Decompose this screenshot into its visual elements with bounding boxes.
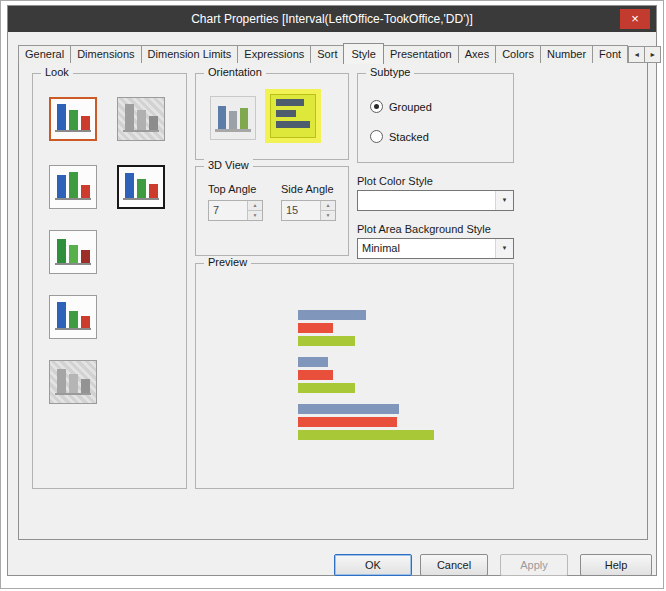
look-thumbnail-4-framed[interactable] (117, 165, 165, 209)
radio-stacked-label: Stacked (389, 131, 429, 143)
3d-view-group: 3D View Top Angle 7 ▲ ▼ Side Angle 15 ▲ … (195, 166, 349, 256)
preview-bar-group (298, 310, 434, 346)
ok-button[interactable]: OK (334, 554, 412, 576)
preview-bar-blue (298, 357, 328, 367)
orientation-group: Orientation (195, 73, 349, 160)
bar-chart-icon (121, 168, 161, 206)
tab-dimensions[interactable]: Dimensions (70, 45, 141, 63)
look-thumbnail-2-disabled[interactable] (117, 97, 165, 141)
preview-bar-red (298, 370, 333, 380)
spinner-down-icon[interactable]: ▼ (321, 211, 335, 220)
top-angle-spinner[interactable]: 7 ▲ ▼ (208, 200, 263, 221)
bar-chart-icon (53, 100, 93, 138)
plot-color-style-dropdown[interactable]: ▼ (357, 190, 514, 211)
tab-strip: General Dimensions Dimension Limits Expr… (18, 41, 648, 63)
preview-bar-green (298, 336, 355, 346)
side-angle-label: Side Angle (281, 183, 334, 195)
apply-button[interactable]: Apply (500, 554, 568, 576)
orientation-group-label: Orientation (204, 66, 266, 78)
look-group-label: Look (41, 66, 73, 78)
spinner-up-icon[interactable]: ▲ (248, 201, 262, 211)
title-bar: Chart Properties [Interval(LeftOffice-To… (8, 6, 656, 32)
subtype-group: Subtype Grouped Stacked (357, 73, 514, 163)
tab-scroll-left-icon[interactable]: ◄ (628, 46, 645, 63)
preview-group: Preview (195, 263, 514, 489)
tab-axes[interactable]: Axes (458, 45, 496, 63)
window-title: Chart Properties [Interval(LeftOffice-To… (8, 6, 656, 32)
look-thumbnail-5[interactable] (49, 230, 97, 274)
plot-color-style-label: Plot Color Style (357, 175, 433, 187)
tab-expressions[interactable]: Expressions (237, 45, 311, 63)
preview-bar-red (298, 417, 397, 427)
preview-bar-green (298, 383, 355, 393)
vertical-bars-icon (213, 98, 253, 138)
radio-grouped-label: Grouped (389, 101, 432, 113)
radio-grouped[interactable]: Grouped (370, 100, 432, 113)
plot-area-background-style-label: Plot Area Background Style (357, 223, 491, 235)
look-thumbnail-3[interactable] (49, 165, 97, 209)
tab-number[interactable]: Number (540, 45, 593, 63)
preview-bar-blue (298, 404, 399, 414)
style-tab-page: Look (18, 62, 648, 540)
top-angle-spin-buttons: ▲ ▼ (247, 201, 262, 220)
plot-area-background-style-dropdown[interactable]: Minimal ▼ (357, 238, 514, 259)
tab-font[interactable]: Font (592, 45, 628, 63)
plot-area-background-style-value: Minimal (362, 239, 493, 258)
side-angle-spinner[interactable]: 15 ▲ ▼ (281, 200, 336, 221)
preview-bar-group (298, 404, 434, 440)
subtype-group-label: Subtype (366, 66, 414, 78)
side-angle-spin-buttons: ▲ ▼ (320, 201, 335, 220)
bar-chart-icon-green (53, 233, 93, 271)
radio-unselected-icon (370, 130, 383, 143)
preview-chart (298, 310, 434, 451)
close-icon[interactable]: × (620, 9, 650, 29)
look-thumbnail-1-selected[interactable] (49, 97, 97, 141)
tab-colors[interactable]: Colors (495, 45, 541, 63)
preview-bar-green (298, 430, 434, 440)
spinner-down-icon[interactable]: ▼ (248, 211, 262, 220)
bar-chart-icon-gray (121, 100, 161, 138)
tab-presentation[interactable]: Presentation (383, 45, 459, 63)
tab-dimension-limits[interactable]: Dimension Limits (141, 45, 239, 63)
chart-properties-dialog: Chart Properties [Interval(LeftOffice-To… (7, 5, 657, 576)
preview-bar-group (298, 357, 434, 393)
look-group: Look (32, 73, 187, 489)
bar-chart-icon-gray (53, 363, 93, 401)
tab-sort[interactable]: Sort (310, 45, 344, 63)
bar-chart-icon (53, 298, 93, 336)
preview-bar-blue (298, 310, 366, 320)
spinner-up-icon[interactable]: ▲ (321, 201, 335, 211)
side-angle-value: 15 (282, 201, 320, 220)
tab-general[interactable]: General (18, 45, 71, 63)
look-thumbnail-7-disabled[interactable] (49, 360, 97, 404)
tab-scroll-buttons: ◄ ► (628, 46, 661, 63)
top-angle-label: Top Angle (208, 183, 256, 195)
bar-chart-icon (53, 168, 93, 206)
preview-bar-red (298, 323, 333, 333)
dropdown-arrow-icon[interactable]: ▼ (495, 191, 513, 210)
orientation-horizontal-button[interactable] (270, 94, 316, 138)
radio-selected-icon (370, 100, 383, 113)
dropdown-arrow-icon[interactable]: ▼ (495, 239, 513, 258)
top-angle-value: 7 (209, 201, 247, 220)
screenshot: Chart Properties [Interval(LeftOffice-To… (0, 0, 664, 589)
orientation-vertical-button[interactable] (210, 96, 256, 140)
3d-view-group-label: 3D View (204, 159, 253, 171)
radio-stacked[interactable]: Stacked (370, 130, 429, 143)
look-thumbnail-6[interactable] (49, 295, 97, 339)
preview-group-label: Preview (204, 256, 251, 268)
horizontal-bars-icon (273, 95, 313, 137)
tab-style[interactable]: Style (343, 43, 383, 64)
cancel-button[interactable]: Cancel (420, 554, 488, 576)
help-button[interactable]: Help (580, 554, 652, 576)
tab-scroll-right-icon[interactable]: ► (644, 46, 661, 63)
